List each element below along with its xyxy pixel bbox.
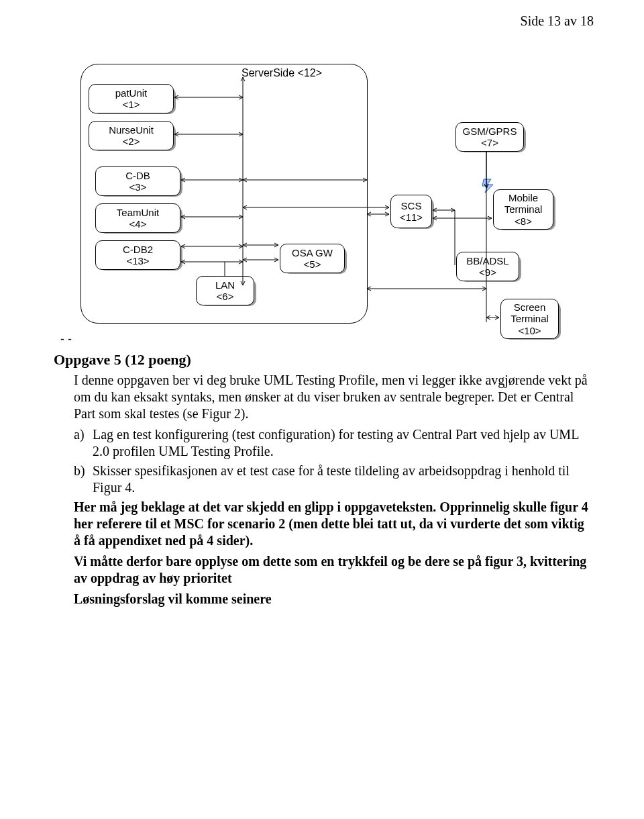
task-heading: Oppgave 5 (12 poeng)	[54, 350, 590, 369]
list-item-b: b) Skisser spesifikasjonen av et test ca…	[74, 463, 590, 496]
node-nurseunit: NurseUnit <2>	[89, 121, 174, 150]
node-screen: Screen Terminal <10>	[500, 299, 559, 339]
list-item-a: a) Lag en test konfigurering (test confi…	[74, 426, 590, 460]
list-text-a: Lag en test konfigurering (test configur…	[93, 426, 590, 460]
node-cdb: C-DB <3>	[95, 166, 180, 196]
svg-marker-0	[482, 179, 493, 193]
server-title: ServerSide <12>	[241, 67, 322, 79]
node-patunit: patUnit <1>	[89, 84, 174, 113]
body-text: Oppgave 5 (12 poeng) I denne oppgaven be…	[54, 350, 590, 612]
bold-para-2: Vi måtte derfor bare opplyse om dette so…	[74, 553, 590, 587]
list-letter-a: a)	[74, 426, 93, 460]
system-diagram: ServerSide <12> patUnit <1> NurseUnit <2…	[80, 57, 577, 332]
bold-para-3: Løsningsforslag vil komme seinere	[74, 591, 590, 608]
node-cdb2: C-DB2 <13>	[95, 240, 180, 270]
node-mobile: Mobile Terminal <8>	[493, 189, 553, 230]
node-lan: LAN <6>	[196, 276, 254, 305]
node-bbadsl: BB/ADSL <9>	[456, 252, 519, 281]
node-gsm: GSM/GPRS <7>	[455, 122, 524, 152]
list-text-b: Skisser spesifikasjonen av et test case …	[93, 463, 590, 496]
node-osagw: OSA GW <5>	[280, 244, 345, 273]
page-number: Side 13 av 18	[521, 13, 594, 29]
bold-para-1: Her må jeg beklage at det var skjedd en …	[74, 499, 590, 549]
dash-mark: - -	[60, 332, 72, 346]
intro-paragraph: I denne oppgaven ber vi deg bruke UML Te…	[74, 372, 590, 422]
list-letter-b: b)	[74, 463, 93, 496]
node-teamunit: TeamUnit <4>	[95, 203, 180, 233]
lightning-icon	[482, 178, 496, 194]
node-scs: SCS <11>	[390, 195, 432, 228]
